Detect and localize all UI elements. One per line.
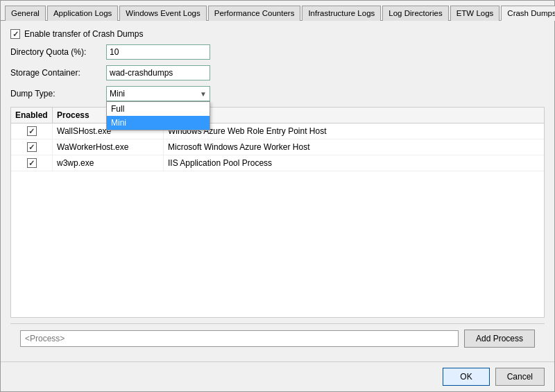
cancel-button[interactable]: Cancel bbox=[495, 368, 545, 386]
enable-transfer-row: Enable transfer of Crash Dumps bbox=[10, 29, 545, 39]
add-process-button[interactable]: Add Process bbox=[464, 330, 535, 348]
row3-name-cell: IIS Application Pool Process bbox=[164, 155, 544, 171]
dialog: General Application Logs Windows Event L… bbox=[0, 0, 555, 392]
col-name: Name bbox=[164, 108, 544, 123]
dump-type-select[interactable]: Mini ▼ bbox=[106, 86, 210, 101]
tab-infrastructure-logs[interactable]: Infrastructure Logs bbox=[302, 6, 381, 21]
table-header: Enabled Process Name bbox=[11, 108, 544, 123]
enable-transfer-label: Enable transfer of Crash Dumps bbox=[24, 29, 143, 39]
row2-enabled-cell bbox=[11, 139, 53, 155]
dump-type-select-wrapper: Mini ▼ Full Mini bbox=[106, 86, 210, 101]
dump-type-dropdown: Full Mini bbox=[106, 101, 210, 130]
dropdown-item-mini[interactable]: Mini bbox=[107, 116, 210, 130]
directory-quota-input[interactable] bbox=[106, 44, 210, 60]
directory-quota-label: Directory Quota (%): bbox=[10, 47, 101, 57]
row2-name-cell: Microsoft Windows Azure Worker Host bbox=[164, 139, 544, 155]
tab-application-logs[interactable]: Application Logs bbox=[47, 6, 118, 21]
dropdown-item-full[interactable]: Full bbox=[107, 102, 210, 116]
dump-type-label: Dump Type: bbox=[10, 89, 101, 99]
row3-process-cell: w3wp.exe bbox=[53, 155, 164, 171]
tab-general[interactable]: General bbox=[5, 6, 46, 21]
row3-process: w3wp.exe bbox=[57, 158, 94, 168]
tab-etw-logs[interactable]: ETW Logs bbox=[450, 6, 500, 21]
storage-container-label: Storage Container: bbox=[10, 68, 101, 78]
dialog-footer: OK Cancel bbox=[1, 361, 554, 391]
table-body: WallSHost.exe Windows Azure Web Role Ent… bbox=[11, 123, 544, 317]
row3-enabled-checkbox[interactable] bbox=[27, 158, 37, 168]
dump-type-value: Mini bbox=[110, 89, 125, 99]
storage-container-input[interactable] bbox=[106, 65, 210, 80]
enable-transfer-checkbox[interactable] bbox=[10, 29, 20, 39]
row3-enabled-cell bbox=[11, 155, 53, 171]
add-process-bar: Add Process bbox=[10, 323, 545, 353]
process-input[interactable] bbox=[20, 330, 459, 347]
row1-enabled-cell bbox=[11, 123, 53, 139]
chevron-down-icon: ▼ bbox=[200, 90, 207, 98]
directory-quota-row: Directory Quota (%): bbox=[10, 44, 545, 60]
tab-log-directories[interactable]: Log Directories bbox=[382, 6, 448, 21]
col-enabled: Enabled bbox=[11, 108, 53, 123]
tab-bar: General Application Logs Windows Event L… bbox=[1, 1, 554, 21]
row2-enabled-checkbox[interactable] bbox=[27, 142, 37, 152]
storage-container-row: Storage Container: bbox=[10, 65, 545, 80]
dump-type-row: Dump Type: Mini ▼ Full Mini bbox=[10, 86, 545, 101]
row1-process: WallSHost.exe bbox=[57, 126, 111, 136]
row2-name: Microsoft Windows Azure Worker Host bbox=[168, 142, 310, 152]
row2-process-cell: WaWorkerHost.exe bbox=[53, 139, 164, 155]
table-row: w3wp.exe IIS Application Pool Process bbox=[11, 155, 544, 171]
table-row: WallSHost.exe Windows Azure Web Role Ent… bbox=[11, 123, 544, 139]
tab-windows-event-logs[interactable]: Windows Event Logs bbox=[119, 6, 206, 21]
table-row: WaWorkerHost.exe Microsoft Windows Azure… bbox=[11, 139, 544, 155]
tab-crash-dumps[interactable]: Crash Dumps bbox=[501, 6, 555, 21]
process-table: Enabled Process Name WallSHost.exe Windo… bbox=[10, 107, 545, 318]
ok-button[interactable]: OK bbox=[443, 368, 489, 386]
row1-enabled-checkbox[interactable] bbox=[27, 126, 37, 136]
row3-name: IIS Application Pool Process bbox=[168, 158, 272, 168]
crash-dumps-content: Enable transfer of Crash Dumps Directory… bbox=[1, 21, 554, 361]
row1-name-cell: Windows Azure Web Role Entry Point Host bbox=[164, 123, 544, 139]
row2-process: WaWorkerHost.exe bbox=[57, 142, 128, 152]
tab-performance-counters[interactable]: Performance Counters bbox=[208, 6, 301, 21]
